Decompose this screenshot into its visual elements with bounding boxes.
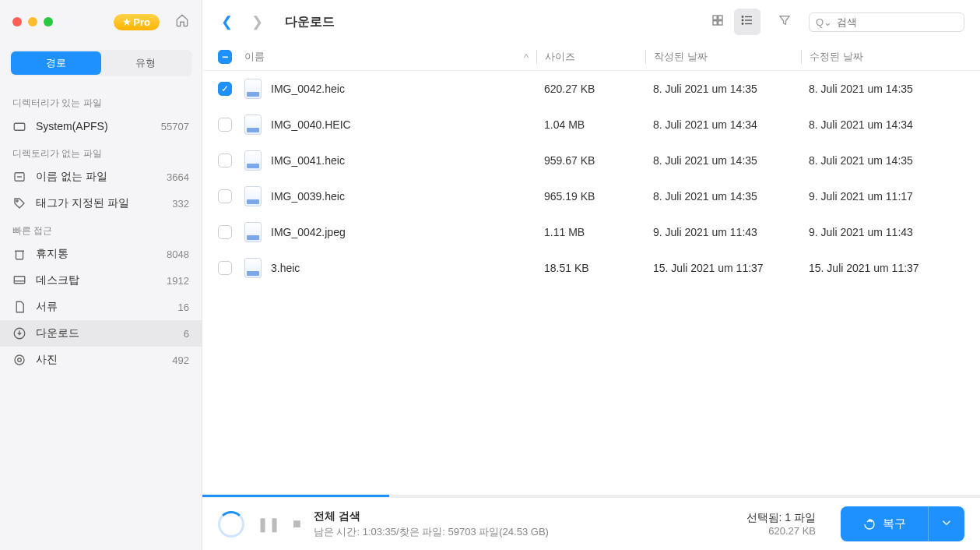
nav-back-button[interactable]: ❮ [218,10,236,33]
footer: ❚❚ ■ 전체 검색 남은 시간: 1:03:35/찾은 파일: 59703 파… [202,497,980,550]
view-grid-button[interactable] [704,9,731,35]
sidebar-item-label: 휴지통 [36,247,157,261]
svg-rect-10 [718,16,722,19]
table-row[interactable]: ✓IMG_0042.heic620.27 KB8. Juli 2021 um 1… [202,71,980,107]
tab-type[interactable]: 유형 [101,51,191,75]
trash-icon [12,247,26,261]
sidebar-item-downloads[interactable]: 다운로드 6 [0,320,202,347]
svg-rect-0 [14,123,25,130]
file-type-icon [244,150,262,171]
table-row[interactable]: IMG_0042.jpeg1.11 MB9. Juli 2021 um 11:4… [202,214,980,250]
file-modified: 15. Juli 2021 um 11:37 [801,262,964,274]
selection-count: 선택됨: 1 파일 [746,511,816,525]
svg-point-3 [16,200,18,202]
recover-dropdown-button[interactable] [928,506,964,541]
recover-button-group: 복구 [841,506,964,541]
traffic-lights [12,17,53,26]
recover-button[interactable]: 복구 [841,506,928,541]
pause-scan-button[interactable]: ❚❚ [257,516,280,533]
filter-button[interactable] [773,9,796,35]
file-created: 8. Juli 2021 um 14:34 [645,118,801,131]
sidebar-item-count: 8048 [167,249,189,260]
sidebar-item-label: 다운로드 [36,326,174,340]
tag-icon [12,196,26,210]
tab-path[interactable]: 경로 [11,51,101,75]
scan-status-detail: 남은 시간: 1:03:35/찾은 파일: 59703 파일(24.53 GB) [314,525,549,539]
drive-icon [12,119,26,133]
svg-point-17 [742,19,743,21]
search-input[interactable] [837,16,968,28]
sidebar-item-label: 서류 [36,300,169,314]
sidebar-item-system[interactable]: System(APFS) 55707 [0,113,202,139]
search-box[interactable]: Q⌄ [809,12,964,32]
scan-spinner-icon [218,511,244,538]
section-title-dir: 디렉터리가 있는 파일 [0,93,202,113]
row-checkbox[interactable]: ✓ [218,82,232,96]
sidebar-item-tagged[interactable]: 태그가 지정된 파일 332 [0,190,202,217]
sidebar-item-docs[interactable]: 서류 16 [0,294,202,320]
restore-icon [862,517,876,531]
sidebar-item-desktop[interactable]: 데스크탑 1912 [0,267,202,294]
select-all-checkbox[interactable]: − [218,50,232,64]
file-rows: ✓IMG_0042.heic620.27 KB8. Juli 2021 um 1… [202,71,980,495]
svg-point-8 [15,355,24,365]
search-icon: Q⌄ [816,16,832,28]
stop-scan-button[interactable]: ■ [293,516,301,532]
breadcrumb: 다운로드 [285,14,335,30]
column-name[interactable]: 이름^ [244,50,536,64]
sidebar-item-noname[interactable]: 이름 없는 파일 3664 [0,164,202,190]
row-checkbox[interactable] [218,225,232,239]
sidebar-item-trash[interactable]: 휴지통 8048 [0,241,202,267]
file-modified: 8. Juli 2021 um 14:35 [801,83,964,95]
table-header: − 이름^ 사이즈 작성된 날짜 수정된 날짜 [202,44,980,71]
table-row[interactable]: IMG_0040.HEIC1.04 MB8. Juli 2021 um 14:3… [202,107,980,143]
file-type-icon [244,222,262,242]
sidebar-item-photos[interactable]: 사진 492 [0,347,202,373]
table-row[interactable]: IMG_0041.heic959.67 KB8. Juli 2021 um 14… [202,143,980,178]
sidebar-item-label: 이름 없는 파일 [36,170,157,184]
file-created: 15. Juli 2021 um 11:37 [645,262,801,274]
row-checkbox[interactable] [218,189,232,203]
svg-point-7 [18,358,22,362]
view-list-button[interactable] [734,9,760,35]
file-size: 1.04 MB [536,118,645,131]
file-size: 18.51 KB [536,262,645,274]
chevron-down-icon [940,516,954,530]
sort-indicator-icon: ^ [524,51,529,63]
selection-size: 620.27 KB [746,525,816,537]
file-size: 620.27 KB [536,83,645,95]
minimize-window-button[interactable] [28,17,37,26]
file-modified: 9. Juli 2021 um 11:43 [801,226,964,238]
svg-rect-12 [718,21,722,25]
row-checkbox[interactable] [218,261,232,275]
file-name: IMG_0041.heic [271,154,536,167]
file-size: 965.19 KB [536,190,645,203]
table-row[interactable]: IMG_0039.heic965.19 KB8. Juli 2021 um 14… [202,178,980,214]
close-window-button[interactable] [12,17,22,26]
desktop-icon [12,273,26,287]
column-created[interactable]: 작성된 날짜 [645,50,801,64]
file-created: 8. Juli 2021 um 14:35 [645,83,801,95]
row-checkbox[interactable] [218,153,232,167]
column-modified[interactable]: 수정된 날짜 [801,50,964,64]
sidebar-item-count: 16 [178,301,189,313]
pro-badge[interactable]: Pro [114,14,160,30]
nav-forward-button[interactable]: ❯ [248,10,266,33]
sidebar-item-label: 사진 [36,353,163,367]
home-button[interactable] [175,12,189,32]
file-type-icon [244,258,262,278]
home-icon [175,13,189,27]
sidebar-item-label: 데스크탑 [36,273,157,287]
grid-icon [711,13,725,27]
table-row[interactable]: 3.heic18.51 KB15. Juli 2021 um 11:3715. … [202,250,980,286]
scan-progress-fill [202,495,389,497]
sidebar-mode-segment: 경로 유형 [9,50,192,76]
maximize-window-button[interactable] [44,17,53,26]
column-size[interactable]: 사이즈 [536,50,645,64]
row-checkbox[interactable] [218,118,232,132]
window-titlebar: Pro [0,0,202,44]
scan-status: 전체 검색 남은 시간: 1:03:35/찾은 파일: 59703 파일(24.… [314,509,549,539]
file-type-icon [244,186,262,206]
file-name: IMG_0039.heic [271,190,536,203]
svg-rect-11 [713,21,717,25]
